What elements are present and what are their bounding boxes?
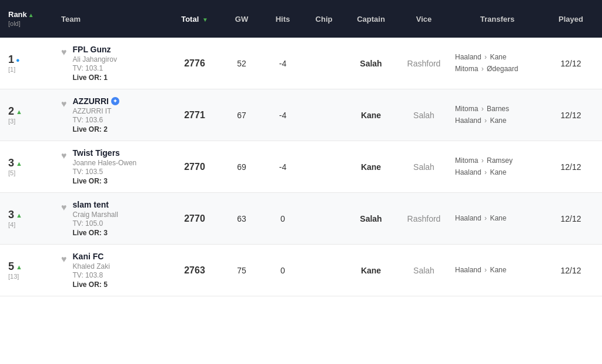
leaderboard-table: Rank▲ [old] Team Total ▼ GW Hits Chip Ca… [0,0,602,296]
gw-score: 75 [221,266,262,275]
transfer1: Mitoma › Ramsey [455,156,513,165]
team-name: Kani FC [73,252,110,261]
total-sort-icon: ▼ [202,16,208,23]
vice-name: Rashford [397,214,450,223]
captain-name: Kane [345,162,397,172]
transfer1: Haaland › Kane [455,214,506,222]
played-value: 12/12 [544,59,597,68]
total-score: 2763 [168,265,221,276]
team-info: Twist Tigers Joanne Hales-Owen TV: 103.5… [73,148,137,185]
rank-cell: 3 ▲ [4] [5,209,58,228]
captain-name: Kane [345,111,397,120]
rank-change-icon: ▲ [16,108,22,115]
team-cell: ♥ Twist Tigers Joanne Hales-Owen TV: 103… [58,148,168,185]
rank-change-icon: ▲ [16,160,22,167]
gw-score: 69 [221,162,262,172]
table-row: 3 ▲ [5] ♥ Twist Tigers Joanne Hales-Owen… [0,141,602,193]
team-name: slam tent [73,200,118,209]
gw-score: 63 [221,214,262,223]
favorite-icon[interactable]: ♥ [61,151,67,161]
table-body: 1 ● [1] ♥ FPL Gunz Ali Jahangirov TV: 10… [0,38,602,296]
hits-value: 0 [262,266,303,275]
tv-value: TV: 103.6 [73,116,119,124]
gw-column-header: GW [221,10,262,28]
favorite-icon[interactable]: ♥ [61,254,67,265]
captain-column-header: Captain [345,10,397,28]
rank-number: 5 ▲ [8,261,22,273]
transfers-column-header: Transfers [450,10,544,28]
rank-old-value: [4] [8,221,15,228]
rank-cell: 2 ▲ [3] [5,105,58,125]
played-column-header: Played [544,10,597,28]
vice-name: Rashford [397,59,450,68]
table-header: Rank▲ [old] Team Total ▼ GW Hits Chip Ca… [0,0,602,38]
gw-score: 67 [221,111,262,120]
played-value: 12/12 [544,111,597,120]
table-row: 1 ● [1] ♥ FPL Gunz Ali Jahangirov TV: 10… [0,38,602,89]
live-or: Live OR: 3 [73,177,137,185]
team-info: Kani FC Khaled Zaki TV: 103.8 Live OR: 5 [73,252,110,289]
total-score: 2776 [168,58,221,69]
team-cell: ♥ FPL Gunz Ali Jahangirov TV: 103.1 Live… [58,45,168,82]
manager-name: AZZURRI IT [73,107,119,115]
hits-value: 0 [262,214,303,223]
team-cell: ♥ AZZURRI✦ AZZURRI IT TV: 103.6 Live OR:… [58,96,168,133]
rank-cell: 5 ▲ [13] [5,261,58,280]
vice-name: Salah [397,266,450,275]
vice-column-header: Vice [397,10,450,28]
transfer1: Haaland › Kane [455,53,506,61]
rank-label: Rank [8,10,27,19]
rank-old-value: [13] [8,273,19,280]
hits-column-header: Hits [262,10,303,28]
tv-value: TV: 103.5 [73,168,137,176]
hits-value: -4 [262,59,303,68]
favorite-icon[interactable]: ♥ [61,47,67,58]
transfers-cell: Mitoma › Ramsey Haaland › Kane [450,155,544,178]
played-value: 12/12 [544,266,597,275]
tv-value: TV: 103.1 [73,64,117,72]
vice-name: Salah [397,162,450,172]
total-score: 2770 [168,162,221,172]
transfers-cell: Mitoma › Barnes Haaland › Kane [450,103,544,126]
live-or: Live OR: 1 [73,74,117,82]
chip-column-header: Chip [303,10,345,28]
transfers-cell: Haaland › Kane [450,213,544,224]
rank-column-header[interactable]: Rank▲ [old] [5,5,58,32]
verified-badge: ✦ [111,97,119,105]
transfer2: Haaland › Kane [455,168,506,176]
transfer1: Mitoma › Barnes [455,105,509,113]
transfers-cell: Haaland › Kane [450,265,544,276]
rank-old-value: [5] [8,169,15,176]
rank-old-value: [1] [8,66,15,73]
favorite-icon[interactable]: ♥ [61,202,67,213]
rank-number: 2 ▲ [8,105,22,118]
rank-number: 3 ▲ [8,209,22,221]
team-name: FPL Gunz [73,45,117,54]
favorite-icon[interactable]: ♥ [61,99,67,109]
total-column-header[interactable]: Total ▼ [168,10,221,28]
total-label: Total [181,15,199,24]
team-cell: ♥ Kani FC Khaled Zaki TV: 103.8 Live OR:… [58,252,168,289]
captain-name: Salah [345,59,397,68]
rank-cell: 1 ● [1] [5,54,58,73]
live-or: Live OR: 2 [73,125,119,133]
hits-value: -4 [262,111,303,120]
transfer2: Haaland › Kane [455,116,506,125]
manager-name: Khaled Zaki [73,262,110,271]
rank-change-icon: ● [16,56,20,64]
total-score: 2770 [168,213,221,224]
team-column-header: Team [58,10,168,28]
rank-number: 1 ● [8,54,20,66]
tv-value: TV: 103.8 [73,271,110,279]
manager-name: Craig Marshall [73,211,118,219]
gw-score: 52 [221,59,262,68]
rank-cell: 3 ▲ [5] [5,157,58,176]
team-name: Twist Tigers [73,148,137,158]
live-or: Live OR: 5 [73,280,110,289]
played-value: 12/12 [544,214,597,223]
total-score: 2771 [168,110,221,121]
rank-change-icon: ▲ [16,212,22,219]
captain-name: Salah [345,214,397,223]
tv-value: TV: 105.0 [73,219,118,228]
rank-change-icon: ▲ [16,263,22,271]
